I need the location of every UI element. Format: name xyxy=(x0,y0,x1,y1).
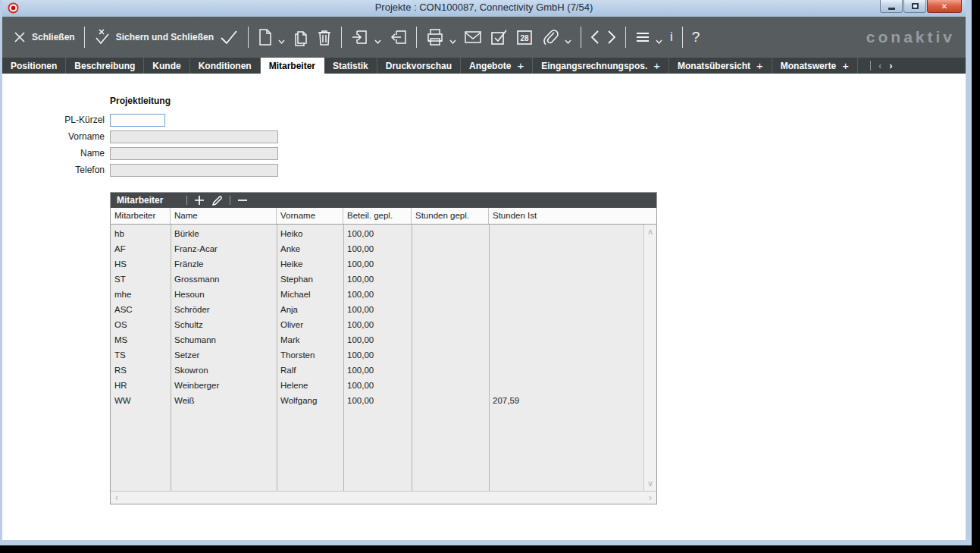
tab-add-icon[interactable]: + xyxy=(653,59,660,72)
cell-name: Franz-Acar xyxy=(171,242,277,257)
close-button[interactable]: ✕ xyxy=(927,0,962,13)
tab-add-icon[interactable]: + xyxy=(756,59,763,72)
calendar-button[interactable]: 28 xyxy=(515,28,534,46)
table-row[interactable]: HRWeinbergerHelene100,00 xyxy=(111,379,643,394)
toolbar-separator xyxy=(682,27,683,48)
tab-druckvorschau[interactable]: Druckvorschau xyxy=(377,58,461,74)
table-row[interactable]: MSSchumannMark100,00 xyxy=(111,333,643,348)
chevron-down-icon xyxy=(278,39,285,45)
new-record-button[interactable] xyxy=(258,28,285,46)
column-separator xyxy=(277,225,277,491)
horizontal-scrollbar[interactable]: ‹ › xyxy=(111,491,656,504)
menu-icon xyxy=(635,31,650,43)
cell-stunden-ist: 207,59 xyxy=(489,394,643,409)
tab-add-icon[interactable]: + xyxy=(842,59,849,72)
minimize-button[interactable] xyxy=(880,0,903,13)
restore-button[interactable] xyxy=(903,0,926,13)
tab-label: Mitarbeiter xyxy=(269,61,315,71)
export-button[interactable] xyxy=(389,28,407,46)
column-header-beteil-gepl-[interactable]: Beteil. gepl. xyxy=(343,208,412,224)
close-record-button[interactable]: Schließen xyxy=(13,30,75,44)
cell-beteil-gepl-: 100,00 xyxy=(343,287,412,303)
cell-mitarbeiter: HR xyxy=(111,379,171,394)
cell-stunden-gepl- xyxy=(412,348,489,363)
tab-eingangsrechnungspos-[interactable]: Eingangsrechnungspos.+ xyxy=(533,58,669,74)
table-row[interactable]: RSSkowronRalf100,00 xyxy=(111,363,643,379)
scroll-right-icon[interactable]: › xyxy=(649,492,652,503)
help-button[interactable]: ? xyxy=(692,29,700,46)
tab-label: Angebote xyxy=(469,61,511,71)
tab-mitarbeiter[interactable]: Mitarbeiter xyxy=(261,58,324,74)
vertical-scrollbar[interactable]: ∧ ∨ xyxy=(643,225,656,491)
table-row[interactable]: OSSchultzOliver100,00 xyxy=(111,318,643,333)
cell-name: Hesoun xyxy=(171,287,277,303)
table-row[interactable]: mheHesounMichael100,00 xyxy=(111,287,643,303)
duplicate-record-button[interactable] xyxy=(293,28,309,46)
table-row[interactable]: AFFranz-AcarAnke100,00 xyxy=(111,242,643,257)
print-button[interactable] xyxy=(426,28,456,46)
task-button[interactable] xyxy=(490,28,508,46)
menu-button[interactable] xyxy=(635,30,662,45)
table-row[interactable]: ASCSchröderAnja100,00 xyxy=(111,303,643,318)
cell-stunden-gepl- xyxy=(412,394,489,409)
tab-beschreibung[interactable]: Beschreibung xyxy=(66,58,144,74)
edit-row-button[interactable] xyxy=(211,195,223,206)
form-row: Vorname xyxy=(2,128,278,145)
cell-beteil-gepl-: 100,00 xyxy=(343,379,412,394)
scroll-up-icon[interactable]: ∧ xyxy=(647,225,653,239)
table-row[interactable]: HSFränzleHeike100,00 xyxy=(111,257,643,272)
save-and-close-button[interactable]: Sichern und Schließen xyxy=(94,28,239,46)
projektleitung-form: PL-KürzelVornameNameTelefon xyxy=(2,112,278,178)
cell-name: Fränzle xyxy=(171,257,277,272)
cell-name: Weinberger xyxy=(171,379,277,394)
cell-mitarbeiter: TS xyxy=(111,348,171,363)
delete-record-button[interactable] xyxy=(317,28,332,46)
cell-vorname: Thorsten xyxy=(277,348,343,363)
next-record-button[interactable] xyxy=(607,30,616,45)
cell-vorname: Michael xyxy=(277,287,343,303)
tab-statistik[interactable]: Statistik xyxy=(324,58,377,74)
tab-monatswerte[interactable]: Monatswerte+ xyxy=(772,58,858,74)
attachment-button[interactable] xyxy=(541,28,571,46)
scroll-left-icon[interactable]: ‹ xyxy=(115,492,118,503)
table-row[interactable]: TSSetzerThorsten100,00 xyxy=(111,348,643,363)
tab-angebote[interactable]: Angebote+ xyxy=(461,58,533,74)
column-separator xyxy=(171,225,171,491)
column-header-stunden-ist[interactable]: Stunden Ist xyxy=(489,208,656,224)
duplicate-icon xyxy=(293,28,309,46)
tab-label: Positionen xyxy=(11,61,57,71)
table-row[interactable]: WWWeißWolfgang100,00207,59 xyxy=(111,394,643,409)
panel-toolbar-separator xyxy=(186,196,187,205)
tab-scroll-left-icon[interactable]: ‹ xyxy=(878,60,881,71)
pl-k-rzel-field[interactable] xyxy=(110,114,165,127)
info-button[interactable]: i xyxy=(670,30,673,45)
cell-beteil-gepl-: 100,00 xyxy=(343,318,412,333)
pl-k-rzel-label: PL-Kürzel xyxy=(2,115,108,125)
import-button[interactable] xyxy=(351,28,381,46)
cell-stunden-gepl- xyxy=(412,257,489,272)
table-row[interactable]: hbBürkleHeiko100,00 xyxy=(111,227,643,242)
tab-kunde[interactable]: Kunde xyxy=(144,58,189,74)
cell-beteil-gepl-: 100,00 xyxy=(343,303,412,318)
tab-add-icon[interactable]: + xyxy=(517,59,524,72)
tab-positionen[interactable]: Positionen xyxy=(2,58,66,74)
cell-stunden-gepl- xyxy=(412,227,489,242)
tab-konditionen[interactable]: Konditionen xyxy=(190,58,261,74)
column-separator xyxy=(343,225,344,491)
title-bar[interactable]: Projekte : CON100087, Connectivity GmbH … xyxy=(2,0,966,17)
tab-scroll-right-icon[interactable]: › xyxy=(889,60,892,71)
mail-button[interactable] xyxy=(464,30,482,45)
cell-stunden-ist xyxy=(489,257,643,272)
prev-record-button[interactable] xyxy=(590,30,600,45)
add-row-button[interactable] xyxy=(194,195,205,206)
tab-monats-bersicht[interactable]: Monatsübersicht+ xyxy=(669,58,772,74)
tab-bar: PositionenBeschreibungKundeKonditionenMi… xyxy=(2,58,966,74)
remove-row-button[interactable] xyxy=(237,195,248,206)
scroll-down-icon[interactable]: ∨ xyxy=(647,476,653,491)
info-icon: i xyxy=(670,30,673,45)
column-header-name[interactable]: Name xyxy=(171,208,277,224)
column-header-stunden-gepl-[interactable]: Stunden gepl. xyxy=(412,208,489,224)
table-row[interactable]: STGrossmannStephan100,00 xyxy=(111,272,643,287)
column-header-vorname[interactable]: Vorname xyxy=(277,208,343,224)
column-header-mitarbeiter[interactable]: Mitarbeiter xyxy=(111,208,171,224)
